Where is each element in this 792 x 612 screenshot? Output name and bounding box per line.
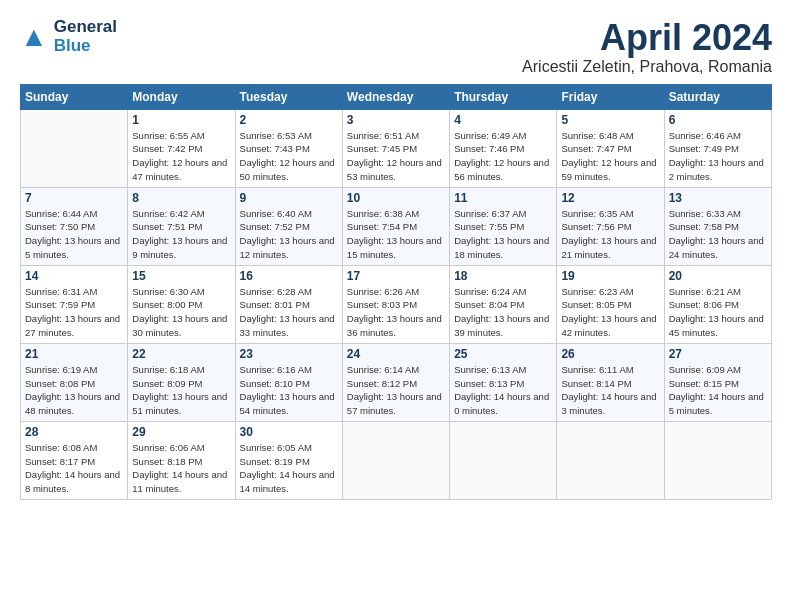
day-cell: 15Sunrise: 6:30 AM Sunset: 8:00 PM Dayli… [128, 265, 235, 343]
day-number: 5 [561, 113, 659, 127]
page: ▲ General Blue April 2024 Aricestii Zele… [0, 0, 792, 510]
day-cell: 26Sunrise: 6:11 AM Sunset: 8:14 PM Dayli… [557, 343, 664, 421]
day-cell [664, 421, 771, 499]
day-info: Sunrise: 6:14 AM Sunset: 8:12 PM Dayligh… [347, 363, 445, 418]
day-cell: 13Sunrise: 6:33 AM Sunset: 7:58 PM Dayli… [664, 187, 771, 265]
column-header-tuesday: Tuesday [235, 84, 342, 109]
day-cell: 9Sunrise: 6:40 AM Sunset: 7:52 PM Daylig… [235, 187, 342, 265]
day-cell: 21Sunrise: 6:19 AM Sunset: 8:08 PM Dayli… [21, 343, 128, 421]
day-info: Sunrise: 6:19 AM Sunset: 8:08 PM Dayligh… [25, 363, 123, 418]
day-info: Sunrise: 6:24 AM Sunset: 8:04 PM Dayligh… [454, 285, 552, 340]
day-number: 12 [561, 191, 659, 205]
day-cell: 18Sunrise: 6:24 AM Sunset: 8:04 PM Dayli… [450, 265, 557, 343]
day-number: 7 [25, 191, 123, 205]
day-number: 15 [132, 269, 230, 283]
day-cell: 3Sunrise: 6:51 AM Sunset: 7:45 PM Daylig… [342, 109, 449, 187]
logo: ▲ General Blue [20, 18, 117, 55]
day-number: 16 [240, 269, 338, 283]
day-info: Sunrise: 6:08 AM Sunset: 8:17 PM Dayligh… [25, 441, 123, 496]
day-info: Sunrise: 6:23 AM Sunset: 8:05 PM Dayligh… [561, 285, 659, 340]
day-cell: 17Sunrise: 6:26 AM Sunset: 8:03 PM Dayli… [342, 265, 449, 343]
day-cell: 12Sunrise: 6:35 AM Sunset: 7:56 PM Dayli… [557, 187, 664, 265]
day-number: 24 [347, 347, 445, 361]
day-info: Sunrise: 6:37 AM Sunset: 7:55 PM Dayligh… [454, 207, 552, 262]
week-row-1: 7Sunrise: 6:44 AM Sunset: 7:50 PM Daylig… [21, 187, 772, 265]
day-cell: 20Sunrise: 6:21 AM Sunset: 8:06 PM Dayli… [664, 265, 771, 343]
day-info: Sunrise: 6:44 AM Sunset: 7:50 PM Dayligh… [25, 207, 123, 262]
day-cell: 10Sunrise: 6:38 AM Sunset: 7:54 PM Dayli… [342, 187, 449, 265]
day-number: 30 [240, 425, 338, 439]
week-row-4: 28Sunrise: 6:08 AM Sunset: 8:17 PM Dayli… [21, 421, 772, 499]
column-header-wednesday: Wednesday [342, 84, 449, 109]
header: ▲ General Blue April 2024 Aricestii Zele… [20, 18, 772, 76]
day-info: Sunrise: 6:13 AM Sunset: 8:13 PM Dayligh… [454, 363, 552, 418]
day-number: 17 [347, 269, 445, 283]
day-cell: 30Sunrise: 6:05 AM Sunset: 8:19 PM Dayli… [235, 421, 342, 499]
logo-text-general: General [54, 18, 117, 37]
column-header-thursday: Thursday [450, 84, 557, 109]
day-number: 26 [561, 347, 659, 361]
day-cell: 24Sunrise: 6:14 AM Sunset: 8:12 PM Dayli… [342, 343, 449, 421]
day-number: 14 [25, 269, 123, 283]
logo-text-blue: Blue [54, 37, 117, 56]
day-number: 2 [240, 113, 338, 127]
day-info: Sunrise: 6:38 AM Sunset: 7:54 PM Dayligh… [347, 207, 445, 262]
day-cell: 1Sunrise: 6:55 AM Sunset: 7:42 PM Daylig… [128, 109, 235, 187]
logo-icon: ▲ [20, 23, 48, 51]
day-info: Sunrise: 6:09 AM Sunset: 8:15 PM Dayligh… [669, 363, 767, 418]
day-number: 29 [132, 425, 230, 439]
day-cell: 7Sunrise: 6:44 AM Sunset: 7:50 PM Daylig… [21, 187, 128, 265]
day-info: Sunrise: 6:53 AM Sunset: 7:43 PM Dayligh… [240, 129, 338, 184]
week-row-3: 21Sunrise: 6:19 AM Sunset: 8:08 PM Dayli… [21, 343, 772, 421]
day-number: 6 [669, 113, 767, 127]
day-number: 20 [669, 269, 767, 283]
week-row-2: 14Sunrise: 6:31 AM Sunset: 7:59 PM Dayli… [21, 265, 772, 343]
day-number: 18 [454, 269, 552, 283]
day-cell: 23Sunrise: 6:16 AM Sunset: 8:10 PM Dayli… [235, 343, 342, 421]
day-info: Sunrise: 6:46 AM Sunset: 7:49 PM Dayligh… [669, 129, 767, 184]
day-info: Sunrise: 6:48 AM Sunset: 7:47 PM Dayligh… [561, 129, 659, 184]
day-info: Sunrise: 6:55 AM Sunset: 7:42 PM Dayligh… [132, 129, 230, 184]
column-header-monday: Monday [128, 84, 235, 109]
day-info: Sunrise: 6:30 AM Sunset: 8:00 PM Dayligh… [132, 285, 230, 340]
day-cell: 29Sunrise: 6:06 AM Sunset: 8:18 PM Dayli… [128, 421, 235, 499]
day-info: Sunrise: 6:05 AM Sunset: 8:19 PM Dayligh… [240, 441, 338, 496]
title-block: April 2024 Aricestii Zeletin, Prahova, R… [522, 18, 772, 76]
day-cell [450, 421, 557, 499]
day-info: Sunrise: 6:33 AM Sunset: 7:58 PM Dayligh… [669, 207, 767, 262]
day-number: 11 [454, 191, 552, 205]
day-cell: 5Sunrise: 6:48 AM Sunset: 7:47 PM Daylig… [557, 109, 664, 187]
day-number: 22 [132, 347, 230, 361]
day-info: Sunrise: 6:11 AM Sunset: 8:14 PM Dayligh… [561, 363, 659, 418]
day-info: Sunrise: 6:28 AM Sunset: 8:01 PM Dayligh… [240, 285, 338, 340]
day-number: 21 [25, 347, 123, 361]
day-cell: 11Sunrise: 6:37 AM Sunset: 7:55 PM Dayli… [450, 187, 557, 265]
title-month: April 2024 [522, 18, 772, 58]
column-header-sunday: Sunday [21, 84, 128, 109]
day-cell [557, 421, 664, 499]
day-cell: 19Sunrise: 6:23 AM Sunset: 8:05 PM Dayli… [557, 265, 664, 343]
day-number: 4 [454, 113, 552, 127]
title-location: Aricestii Zeletin, Prahova, Romania [522, 58, 772, 76]
day-info: Sunrise: 6:06 AM Sunset: 8:18 PM Dayligh… [132, 441, 230, 496]
day-cell: 22Sunrise: 6:18 AM Sunset: 8:09 PM Dayli… [128, 343, 235, 421]
day-info: Sunrise: 6:26 AM Sunset: 8:03 PM Dayligh… [347, 285, 445, 340]
day-cell [21, 109, 128, 187]
day-number: 28 [25, 425, 123, 439]
day-cell: 16Sunrise: 6:28 AM Sunset: 8:01 PM Dayli… [235, 265, 342, 343]
day-number: 23 [240, 347, 338, 361]
day-info: Sunrise: 6:49 AM Sunset: 7:46 PM Dayligh… [454, 129, 552, 184]
header-row: SundayMondayTuesdayWednesdayThursdayFrid… [21, 84, 772, 109]
day-number: 27 [669, 347, 767, 361]
day-cell: 2Sunrise: 6:53 AM Sunset: 7:43 PM Daylig… [235, 109, 342, 187]
day-number: 9 [240, 191, 338, 205]
day-number: 25 [454, 347, 552, 361]
day-number: 8 [132, 191, 230, 205]
day-cell: 4Sunrise: 6:49 AM Sunset: 7:46 PM Daylig… [450, 109, 557, 187]
day-info: Sunrise: 6:35 AM Sunset: 7:56 PM Dayligh… [561, 207, 659, 262]
column-header-saturday: Saturday [664, 84, 771, 109]
day-cell: 14Sunrise: 6:31 AM Sunset: 7:59 PM Dayli… [21, 265, 128, 343]
week-row-0: 1Sunrise: 6:55 AM Sunset: 7:42 PM Daylig… [21, 109, 772, 187]
day-number: 1 [132, 113, 230, 127]
day-cell: 8Sunrise: 6:42 AM Sunset: 7:51 PM Daylig… [128, 187, 235, 265]
